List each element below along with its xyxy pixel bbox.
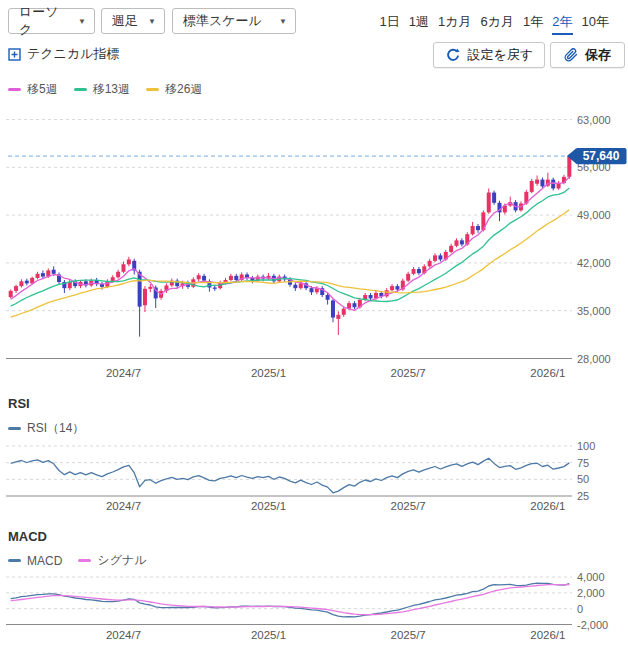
macd-y-tick-label: 4,000 (577, 571, 605, 583)
signal-line-swatch (78, 559, 91, 562)
ma13-line-swatch (74, 88, 87, 91)
price-y-tick-label: 49,000 (577, 209, 611, 221)
candle-body (202, 276, 206, 281)
candle-body (9, 291, 13, 297)
candle-body (229, 276, 233, 280)
candle-body (455, 240, 459, 245)
rsi-x-tick-label: 2025/7 (391, 500, 426, 512)
candle-body (25, 281, 29, 284)
macd-line-swatch (8, 559, 21, 562)
legend-ma5: 移5週 (8, 81, 58, 98)
chevron-down-icon: ▼ (78, 17, 86, 26)
macd-y-tick-label: -2,000 (577, 619, 608, 631)
period-1month[interactable]: 1カ月 (438, 13, 472, 35)
rsi-y-tick-label: 100 (577, 440, 595, 452)
candle-body (148, 287, 152, 289)
price-y-tick-label: 28,000 (577, 353, 611, 365)
candle-body (433, 255, 437, 260)
candle-body (213, 287, 217, 288)
period-1day[interactable]: 1日 (380, 13, 400, 35)
candle-body (14, 286, 18, 291)
period-2year[interactable]: 2年 (552, 13, 572, 35)
legend-rsi: RSI（14） (8, 420, 84, 437)
candle-body (412, 269, 416, 274)
candle-body (487, 193, 491, 213)
candle-body (535, 180, 539, 184)
candle-body (41, 273, 45, 276)
rsi-y-tick-label: 75 (577, 457, 589, 469)
ma5-line-swatch (8, 88, 21, 91)
rsi-line-swatch (8, 427, 21, 430)
period-tabs: 1日 1週 1カ月 6カ月 1年 2年 10年 (380, 13, 610, 35)
candle-body (530, 181, 534, 192)
rsi-label: RSI（14） (27, 420, 84, 437)
candle-body (143, 289, 147, 305)
price-y-tick-label: 42,000 (577, 257, 611, 269)
candle-body (460, 240, 464, 244)
paperclip-icon (564, 48, 578, 62)
candle-body (417, 269, 421, 273)
technical-indicator-button[interactable]: テクニカル指標 (8, 45, 120, 63)
plus-box-icon (8, 48, 21, 61)
scale-dropdown[interactable]: 標準スケール ▼ (172, 8, 296, 34)
current-price-value: 57,640 (583, 149, 620, 163)
price-y-tick-label: 63,000 (577, 114, 611, 126)
chart-type-dropdown[interactable]: ローソク ▼ (8, 8, 95, 34)
scale-value: 標準スケール (183, 12, 262, 30)
candle-body (299, 283, 303, 288)
price-y-tick-label: 35,000 (577, 305, 611, 317)
timeframe-value: 週足 (112, 12, 138, 30)
timeframe-dropdown[interactable]: 週足 ▼ (101, 8, 165, 34)
price-x-tick-label: 2026/1 (530, 367, 565, 379)
reset-settings-button[interactable]: 設定を戻す (433, 42, 545, 68)
rsi-section-title: RSI (8, 396, 30, 411)
candle-body (406, 274, 410, 281)
macd-label: MACD (27, 554, 62, 568)
candle-body (309, 288, 313, 292)
chart-type-value: ローソク (19, 3, 68, 39)
period-6month[interactable]: 6カ月 (481, 13, 515, 35)
candle-body (138, 272, 142, 307)
candle-body (19, 281, 23, 286)
candle-body (342, 309, 346, 315)
candle-body (476, 226, 480, 230)
rsi-line (11, 458, 570, 493)
period-1week[interactable]: 1週 (409, 13, 429, 35)
price-x-tick-label: 2024/7 (106, 367, 141, 379)
chevron-down-icon: ▼ (279, 17, 287, 26)
candle-body (390, 286, 394, 290)
save-label: 保存 (585, 46, 611, 64)
candle-body (471, 226, 475, 234)
price-x-tick-label: 2025/1 (251, 367, 286, 379)
candle-body (234, 276, 238, 280)
candle-body (52, 270, 56, 274)
candle-body (121, 264, 125, 272)
rsi-x-tick-label: 2025/1 (251, 500, 286, 512)
macd-x-tick-label: 2025/7 (391, 629, 426, 641)
macd-x-tick-label: 2025/1 (251, 629, 286, 641)
macd-line (11, 583, 570, 617)
legend-signal: シグナル (78, 552, 146, 569)
candle-body (293, 285, 297, 288)
candle-body (352, 303, 356, 307)
period-1year[interactable]: 1年 (523, 13, 543, 35)
macd-legend: MACD シグナル (8, 552, 146, 569)
rsi-y-tick-label: 25 (577, 490, 589, 502)
legend-macd: MACD (8, 554, 62, 568)
period-10year[interactable]: 10年 (582, 13, 609, 35)
candle-body (369, 295, 373, 298)
candle-body (127, 259, 131, 264)
candle-body (331, 300, 335, 317)
candle-body (567, 156, 571, 177)
macd-section-title: MACD (8, 529, 47, 544)
signal-label: シグナル (97, 552, 146, 569)
refresh-icon (445, 48, 460, 63)
rsi-y-tick-label: 50 (577, 473, 589, 485)
legend-ma26: 移26週 (146, 81, 202, 98)
rsi-x-tick-label: 2026/1 (530, 500, 565, 512)
technical-indicator-label: テクニカル指標 (27, 45, 120, 63)
save-button[interactable]: 保存 (550, 42, 625, 68)
price-x-tick-label: 2025/7 (391, 367, 426, 379)
macd-y-tick-label: 0 (577, 603, 583, 615)
candle-body (449, 246, 453, 252)
